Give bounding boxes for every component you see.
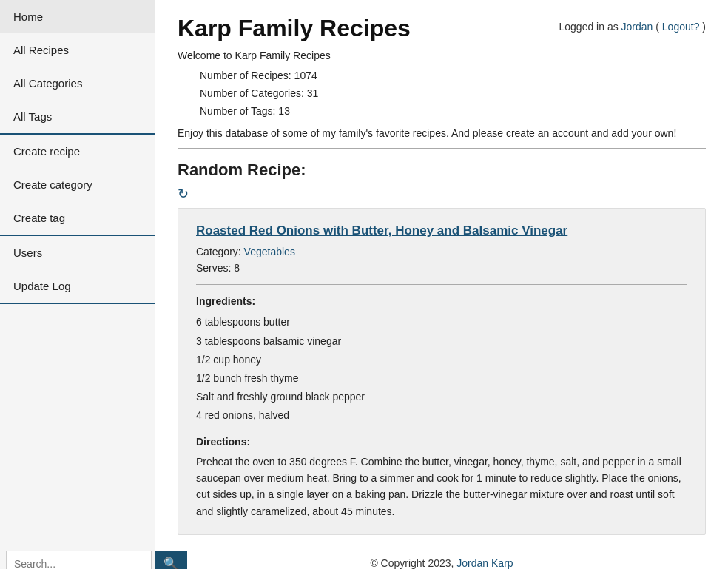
ingredient-item: 6 tablespoons butter bbox=[196, 313, 687, 331]
sidebar-item-all-recipes[interactable]: All Recipes bbox=[0, 33, 155, 67]
category-link[interactable]: Vegetables bbox=[244, 246, 295, 257]
random-section-title: Random Recipe: bbox=[178, 161, 706, 180]
category-label: Category: bbox=[196, 246, 241, 257]
ingredients-list: 6 tablespoons butter3 tablespoons balsam… bbox=[196, 313, 687, 425]
directions-text: Preheat the oven to 350 degrees F. Combi… bbox=[196, 454, 687, 520]
auth-prefix: Logged in as bbox=[559, 21, 621, 33]
auth-separator: ( bbox=[655, 21, 659, 33]
main-content: Karp Family Recipes Logged in as Jordan … bbox=[155, 0, 728, 569]
sidebar-item-create-recipe[interactable]: Create recipe bbox=[0, 135, 155, 168]
sidebar-item-create-category[interactable]: Create category bbox=[0, 168, 155, 201]
recipe-card: Roasted Red Onions with Butter, Honey an… bbox=[178, 208, 706, 535]
refresh-recipe-button[interactable]: ↻ bbox=[178, 186, 189, 202]
page-footer: © Copyright 2023, Jordan Karp bbox=[178, 557, 706, 569]
ingredient-item: 1/2 bunch fresh thyme bbox=[196, 369, 687, 388]
recipe-title: Roasted Red Onions with Butter, Honey an… bbox=[196, 223, 687, 238]
ingredient-item: 4 red onions, halved bbox=[196, 406, 687, 425]
nav-section: Home All Recipes All Categories All Tags bbox=[0, 0, 155, 135]
ingredient-item: 3 tablespoons balsamic vinegar bbox=[196, 332, 687, 351]
sidebar-item-all-categories[interactable]: All Categories bbox=[0, 67, 155, 100]
footer-link[interactable]: Jordan Karp bbox=[456, 557, 513, 569]
site-title: Karp Family Recipes bbox=[178, 15, 411, 42]
ingredients-heading: Ingredients: bbox=[196, 295, 687, 307]
ingredient-item: Salt and freshly ground black pepper bbox=[196, 388, 687, 406]
actions-section: Create recipe Create category Create tag bbox=[0, 135, 155, 236]
sidebar: Home All Recipes All Categories All Tags… bbox=[0, 0, 155, 569]
sidebar-item-users[interactable]: Users bbox=[0, 236, 155, 269]
stat-recipes: Number of Recipes: 1074 bbox=[200, 67, 706, 85]
auth-close: ) bbox=[702, 21, 706, 33]
ingredient-item: 1/2 cup honey bbox=[196, 351, 687, 369]
search-input[interactable] bbox=[6, 551, 152, 569]
random-section: Random Recipe: ↻ Roasted Red Onions with… bbox=[178, 161, 706, 535]
header-divider bbox=[178, 148, 706, 149]
auth-user-link[interactable]: Jordan bbox=[621, 21, 653, 33]
tagline: Enjoy this database of some of my family… bbox=[178, 127, 706, 139]
welcome-text: Welcome to Karp Family Recipes bbox=[178, 50, 706, 61]
sidebar-item-all-tags[interactable]: All Tags bbox=[0, 100, 155, 133]
footer-text: © Copyright 2023, bbox=[370, 557, 454, 569]
admin-section: Users Update Log bbox=[0, 236, 155, 304]
recipe-divider bbox=[196, 284, 687, 285]
recipe-category: Category: Vegetables bbox=[196, 246, 687, 257]
sidebar-item-update-log[interactable]: Update Log bbox=[0, 269, 155, 303]
page-header: Karp Family Recipes Logged in as Jordan … bbox=[178, 15, 706, 42]
stats-block: Number of Recipes: 1074 Number of Catego… bbox=[200, 67, 706, 120]
logout-link[interactable]: Logout? bbox=[662, 21, 700, 33]
stat-tags: Number of Tags: 13 bbox=[200, 103, 706, 121]
search-area: 🔍 bbox=[0, 543, 155, 569]
recipe-title-link[interactable]: Roasted Red Onions with Butter, Honey an… bbox=[196, 223, 567, 238]
sidebar-item-create-tag[interactable]: Create tag bbox=[0, 201, 155, 235]
directions-heading: Directions: bbox=[196, 436, 687, 448]
stat-categories: Number of Categories: 31 bbox=[200, 85, 706, 103]
recipe-serves: Serves: 8 bbox=[196, 262, 687, 274]
auth-info: Logged in as Jordan ( Logout? ) bbox=[559, 21, 706, 33]
sidebar-item-home[interactable]: Home bbox=[0, 0, 155, 33]
